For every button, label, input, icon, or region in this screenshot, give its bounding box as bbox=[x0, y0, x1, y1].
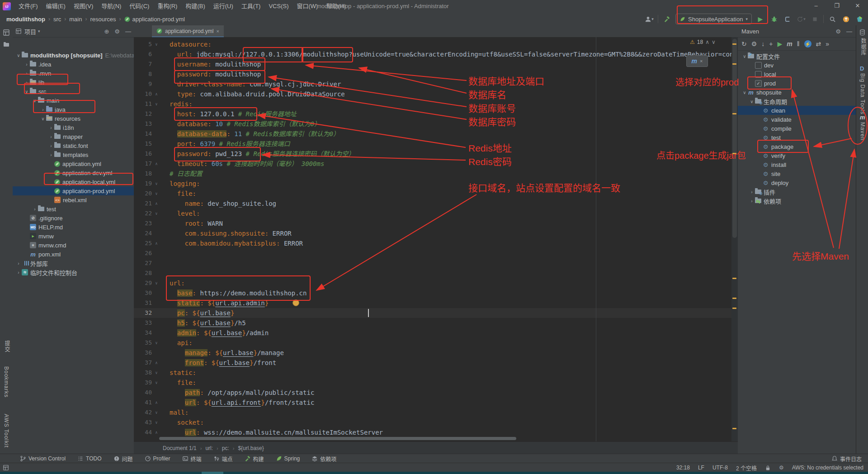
code-line-41[interactable]: 41∧ url: ${url.api.front}/front/static bbox=[134, 398, 314, 408]
run-icon[interactable]: ▶ bbox=[777, 40, 782, 47]
chevron-icon[interactable]: › bbox=[15, 270, 22, 275]
error-stripe[interactable] bbox=[731, 37, 738, 441]
maven-item-shopsuite[interactable]: ∨mshopsuite bbox=[738, 88, 856, 97]
code-line-6[interactable]: 6 url: jdbc:mysql://127.0.0.1:3306/modul… bbox=[134, 49, 738, 59]
chevron-icon[interactable]: › bbox=[749, 190, 755, 194]
tool-aws-toolkit[interactable]: AWS Toolkit bbox=[3, 414, 9, 448]
code-line-44[interactable]: 44∧ url: wss://demo.mallsuite.cn/mallsui… bbox=[134, 427, 383, 437]
user-icon[interactable]: ▾ bbox=[644, 14, 654, 24]
tool-button-端点[interactable]: 端点 bbox=[213, 455, 233, 463]
menu-工具(T)[interactable]: 工具(T) bbox=[237, 0, 265, 13]
tree-item-application-local.yml[interactable]: application-local.yml bbox=[13, 177, 134, 186]
maven-item-install[interactable]: ⚙install bbox=[738, 160, 856, 169]
tree-item-application-prod.yml[interactable]: application-prod.yml bbox=[13, 186, 134, 195]
code-line-20[interactable]: 20∨ file: bbox=[134, 189, 196, 199]
chevron-icon[interactable]: › bbox=[24, 62, 30, 67]
code-line-38[interactable]: 38∨static: bbox=[134, 368, 196, 378]
menu-重构(R)[interactable]: 重构(R) bbox=[153, 0, 181, 13]
tree-item-mapper[interactable]: ›mapper bbox=[13, 132, 134, 141]
code-line-15[interactable]: 15 port: 6379 # Redis服务器连接端口 bbox=[134, 139, 290, 149]
intention-bulb-icon[interactable] bbox=[292, 299, 299, 306]
fold-marker[interactable]: ∧ bbox=[152, 89, 161, 99]
fold-marker[interactable]: ∨ bbox=[152, 417, 161, 427]
line-separator[interactable]: LF bbox=[698, 465, 704, 471]
code-line-30[interactable]: 30 base: https://demo.modulithshop.cn bbox=[134, 288, 307, 298]
maven-hide-button[interactable]: — bbox=[846, 28, 852, 35]
code-line-32[interactable]: 32 pc: ${url.base} bbox=[134, 308, 234, 318]
checkbox-local[interactable] bbox=[755, 71, 762, 78]
refresh-icon[interactable]: ↻ bbox=[741, 40, 747, 47]
settings-icon[interactable]: ⚙ bbox=[751, 40, 757, 47]
chevron-icon[interactable]: › bbox=[48, 152, 54, 157]
tree-item-.mvn[interactable]: ›.mvn bbox=[13, 69, 134, 78]
fold-marker[interactable]: ∨ bbox=[152, 408, 161, 417]
menu-代码(C)[interactable]: 代码(C) bbox=[125, 0, 153, 13]
tool-windows-toggle-icon[interactable] bbox=[3, 465, 9, 471]
tab-application-prod[interactable]: application-prod.yml × bbox=[152, 25, 224, 38]
code-line-43[interactable]: 43∨ socket: bbox=[134, 417, 204, 427]
code-line-14[interactable]: 14 database-data: 11 # Redis数据库索引（默认为0） bbox=[134, 129, 340, 139]
execute-icon[interactable]: ‖ bbox=[797, 40, 800, 47]
tree-item-HELP.md[interactable]: MDHELP.md bbox=[13, 223, 134, 232]
maximize-button[interactable]: ❐ bbox=[826, 0, 847, 13]
fold-marker[interactable]: ∧ bbox=[152, 358, 161, 368]
code-line-35[interactable]: 35∨ api: bbox=[134, 338, 193, 348]
ide-features-icon[interactable] bbox=[854, 14, 864, 24]
maven-item-依赖项[interactable]: ›依赖项 bbox=[738, 196, 856, 205]
tool-button-TODO[interactable]: TODO bbox=[77, 455, 101, 462]
code-line-36[interactable]: 36 manage: ${url.base}/manage bbox=[134, 348, 284, 358]
code-line-37[interactable]: 37∧ front: ${url.base}/front bbox=[134, 358, 276, 368]
fold-marker[interactable]: ∨ bbox=[152, 179, 161, 189]
updates-icon[interactable] bbox=[841, 14, 851, 24]
doc-crumb-0[interactable]: Document 1/1 bbox=[163, 445, 197, 451]
doc-crumb-1[interactable]: url: bbox=[205, 445, 213, 451]
caret-position[interactable]: 32:18 bbox=[676, 465, 690, 471]
breadcrumb-resources[interactable]: resources bbox=[90, 16, 116, 23]
code-line-39[interactable]: 39∨ file: bbox=[134, 378, 196, 388]
tool-bigdata[interactable]: Big Data Tools bbox=[859, 73, 866, 114]
chevron-icon[interactable]: › bbox=[40, 107, 46, 112]
code-line-23[interactable]: 23 root: WARN bbox=[134, 218, 223, 228]
fold-marker[interactable]: ∨ bbox=[152, 209, 161, 218]
stop-button[interactable] bbox=[810, 14, 820, 24]
fold-marker[interactable]: ∨ bbox=[152, 39, 161, 49]
code-line-19[interactable]: 19∨logging: bbox=[134, 179, 200, 189]
chevron-icon[interactable]: ∨ bbox=[741, 90, 748, 95]
breadcrumb-modulithshop[interactable]: modulithshop bbox=[6, 16, 45, 23]
breadcrumb-src[interactable]: src bbox=[53, 16, 61, 23]
code-line-22[interactable]: 22∨ level: bbox=[134, 209, 200, 218]
next-warning-icon[interactable]: ∨ bbox=[712, 39, 716, 45]
code-line-28[interactable]: 28 bbox=[134, 268, 170, 278]
tool-commit[interactable]: 提交 bbox=[3, 341, 11, 352]
run-button[interactable]: ▶ bbox=[755, 14, 765, 24]
code-line-31[interactable]: 31 static: ${url.api.admin} bbox=[134, 298, 269, 308]
file-encoding[interactable]: UTF-8 bbox=[712, 465, 728, 471]
event-log-button[interactable]: 事件日志 bbox=[831, 455, 862, 463]
code-line-9[interactable]: 9 driver-class-name: com.mysql.cj.jdbc.D… bbox=[134, 79, 341, 89]
tree-item-mvnw[interactable]: ▸mvnw bbox=[13, 232, 134, 241]
menu-构建(B)[interactable]: 构建(B) bbox=[181, 0, 209, 13]
aws-settings-icon[interactable]: ⚙ bbox=[779, 465, 784, 471]
doc-crumb-3[interactable]: ${url.base} bbox=[238, 445, 264, 451]
tree-item-pom.xml[interactable]: mpom.xml bbox=[13, 250, 134, 259]
tree-item-main[interactable]: ∨main bbox=[13, 96, 134, 105]
build-icon[interactable] bbox=[662, 14, 672, 24]
chevron-icon[interactable]: ∨ bbox=[24, 89, 30, 94]
tree-item-static.font[interactable]: ›static.font bbox=[13, 141, 134, 150]
fold-marker[interactable]: ∨ bbox=[152, 189, 161, 199]
fold-marker[interactable]: ∧ bbox=[152, 427, 161, 437]
tool-button-Profiler[interactable]: Profiler bbox=[145, 455, 170, 462]
code-line-25[interactable]: 25∧ com.baomidou.mybatisplus: ERROR bbox=[134, 238, 303, 248]
run-config-select[interactable]: ShopsuiteApplication ▾ bbox=[675, 14, 752, 24]
horizontal-scrollbar[interactable] bbox=[159, 437, 516, 440]
code-line-5[interactable]: 5∨datasource: bbox=[134, 39, 212, 49]
menu-视图(V)[interactable]: 视图(V) bbox=[70, 0, 97, 13]
fold-marker[interactable]: ∨ bbox=[152, 338, 161, 348]
code-line-8[interactable]: 8 password: modulithshop bbox=[134, 69, 261, 79]
tree-item-lib[interactable]: ›lib bbox=[13, 78, 134, 87]
minimize-button[interactable]: – bbox=[806, 0, 826, 13]
tree-item-templates[interactable]: ›templates bbox=[13, 150, 134, 159]
folder-tool-icon[interactable] bbox=[3, 41, 10, 48]
rerun-button[interactable]: ▾ bbox=[796, 14, 806, 24]
chevron-icon[interactable]: › bbox=[749, 199, 755, 204]
